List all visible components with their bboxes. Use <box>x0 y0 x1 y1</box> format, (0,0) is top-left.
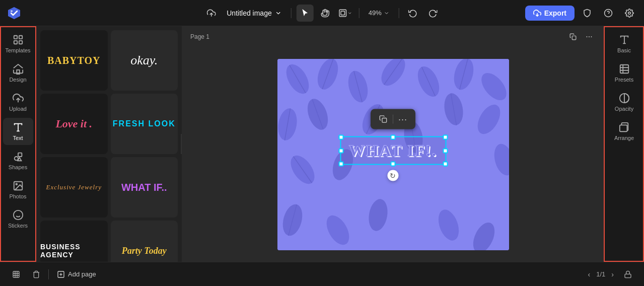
chevron-down-icon <box>347 11 352 16</box>
card-freshlook-text: FRESH LOOK <box>113 119 176 128</box>
right-sidebar-arrange[interactable]: Arrange <box>608 118 640 145</box>
template-card-freshlook[interactable]: FRESH LOOK <box>111 94 178 154</box>
svg-point-20 <box>13 210 22 220</box>
next-page-btn[interactable]: › <box>609 268 616 280</box>
svg-rect-11 <box>19 41 22 44</box>
handle-bottom-right[interactable] <box>443 162 448 167</box>
sidebar-item-shapes[interactable]: Shapes <box>3 147 33 174</box>
topbar: Untitled image <box>0 0 644 26</box>
prev-page-btn[interactable]: ‹ <box>586 268 593 280</box>
divider3 <box>399 8 399 18</box>
canvas-viewport[interactable]: ··· WHAT IF!. ↻ <box>182 47 604 262</box>
arrange-icon <box>619 122 630 133</box>
selected-text-content: WHAT IF!. <box>349 141 437 160</box>
lock-btn[interactable] <box>620 266 636 282</box>
settings-btn[interactable] <box>621 5 638 22</box>
delete-btn[interactable] <box>28 266 44 282</box>
sidebar-item-templates[interactable]: Templates <box>3 30 33 57</box>
rotate-handle[interactable]: ↻ <box>387 170 398 181</box>
canvas-frame-icon <box>12 270 20 278</box>
right-sidebar-presets[interactable]: Presets <box>608 59 640 87</box>
bottom-right: ‹ 1/1 › <box>586 266 636 282</box>
selection-box[interactable]: WHAT IF!. <box>340 136 446 165</box>
undo-btn[interactable] <box>404 5 421 22</box>
float-more-btn[interactable]: ··· <box>395 112 410 126</box>
add-page-btn[interactable]: Add page <box>53 268 100 280</box>
card-partytime-text: Party Today <box>122 246 167 256</box>
canvas-icon-btn[interactable] <box>8 266 24 282</box>
zoom-label: 49% <box>369 9 382 17</box>
svg-rect-69 <box>625 274 631 277</box>
upload-save-btn[interactable] <box>202 5 220 22</box>
svg-rect-3 <box>341 11 345 15</box>
zoom-button[interactable]: 49% <box>365 7 394 19</box>
sidebar-item-upload[interactable]: Upload <box>3 89 33 116</box>
sidebar-shapes-label: Shapes <box>9 164 27 170</box>
handle-top-left[interactable] <box>338 135 343 140</box>
handle-bottom-mid[interactable] <box>390 162 395 167</box>
export-label: Export <box>544 9 566 17</box>
template-card-babytoy[interactable]: BABYTOY <box>40 30 108 91</box>
redo-icon <box>428 9 438 18</box>
handle-mid-right[interactable] <box>443 148 448 153</box>
sidebar-item-photos[interactable]: Photos <box>3 176 33 203</box>
float-copy-btn[interactable] <box>376 112 391 126</box>
bottom-bar: Add page ‹ 1/1 › <box>0 262 644 286</box>
canvas-frame: ··· WHAT IF!. ↻ <box>277 59 509 250</box>
select-tool-btn[interactable] <box>297 5 314 22</box>
sidebar-item-text[interactable]: Text <box>3 118 33 145</box>
handle-top-right[interactable] <box>443 135 448 140</box>
app-logo[interactable] <box>6 5 22 21</box>
svg-rect-62 <box>620 65 628 74</box>
handle-mid-left[interactable] <box>338 148 343 153</box>
template-panel: BABYTOY okay. Love it . FRESH LOOK Exclu… <box>36 26 182 262</box>
svg-point-16 <box>14 157 18 160</box>
export-icon <box>533 9 541 17</box>
template-card-okay[interactable]: okay. <box>111 30 178 91</box>
sidebar-item-design[interactable]: Design <box>3 59 33 87</box>
bottom-left: Add page <box>8 266 100 282</box>
float-toolbar-divider <box>393 115 393 124</box>
hand-tool-btn[interactable] <box>317 5 334 22</box>
selected-text-wrapper[interactable]: ··· WHAT IF!. ↻ <box>340 136 446 165</box>
card-okay-text: okay. <box>130 53 158 68</box>
lock-icon <box>624 270 632 278</box>
frame-tool-btn[interactable] <box>337 5 354 22</box>
file-name-button[interactable]: Untitled image <box>223 7 286 19</box>
trash-icon <box>32 270 40 278</box>
copy-icon <box>379 115 387 123</box>
help-btn[interactable] <box>600 5 617 22</box>
opacity-label: Opacity <box>615 106 633 112</box>
template-card-partytime[interactable]: Party Today <box>111 221 178 262</box>
bottom-divider <box>48 269 49 279</box>
add-page-icon <box>57 270 65 278</box>
main-layout: Templates Design Upload Text <box>0 26 644 262</box>
page-more-btn[interactable]: ··· <box>583 30 596 43</box>
right-sidebar-basic[interactable]: Basic <box>608 30 640 57</box>
redo-btn[interactable] <box>424 5 442 22</box>
sidebar-item-stickers[interactable]: Stickers <box>3 205 33 233</box>
sidebar-upload-label: Upload <box>9 106 27 112</box>
right-sidebar-opacity[interactable]: Opacity <box>608 89 640 116</box>
page-label: Page 1 <box>190 33 209 40</box>
shapes-icon <box>13 151 24 162</box>
svg-rect-65 <box>13 271 19 277</box>
svg-rect-2 <box>339 10 346 17</box>
handle-top-mid[interactable] <box>390 135 395 140</box>
shield-btn[interactable] <box>579 5 596 22</box>
float-toolbar: ··· <box>371 109 415 129</box>
page-copy-btn[interactable] <box>566 30 580 43</box>
template-card-jewelry[interactable]: Exclusive Jewelry <box>40 157 108 218</box>
template-card-whatif[interactable]: WHAT IF.. <box>111 157 178 218</box>
export-button[interactable]: Export <box>525 6 575 21</box>
basic-label: Basic <box>617 47 631 53</box>
copy-page-icon <box>569 33 577 40</box>
handle-bottom-left[interactable] <box>338 162 343 167</box>
divider <box>291 8 292 18</box>
add-page-label: Add page <box>68 270 96 278</box>
hand-icon <box>321 9 330 18</box>
card-whatif-text: WHAT IF.. <box>121 182 167 193</box>
template-card-bizagency[interactable]: BUSINESS AGENCY <box>40 221 108 262</box>
design-icon <box>13 63 24 75</box>
template-card-loveit[interactable]: Love it . <box>40 94 108 154</box>
